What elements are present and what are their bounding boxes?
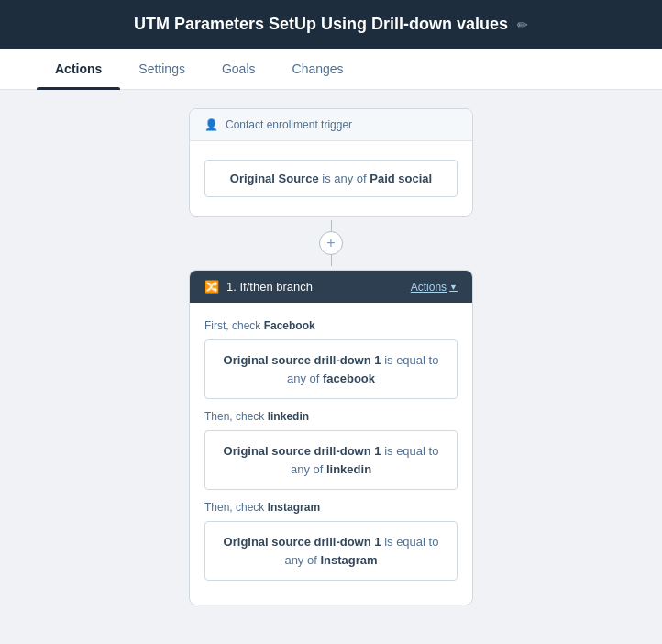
branch-condition-box-2[interactable]: Original source drill-down 1 is equal to… bbox=[204, 430, 458, 490]
check-label-3: Then, check Instagram bbox=[204, 501, 458, 514]
trigger-condition-box[interactable]: Original Source is any of Paid social bbox=[204, 160, 458, 197]
connector-line bbox=[331, 220, 332, 231]
tab-goals[interactable]: Goals bbox=[204, 49, 274, 89]
branch-card: 🔀 1. If/then branch Actions ▼ First, che… bbox=[189, 270, 473, 605]
condition-prefix: Original Source bbox=[230, 172, 319, 185]
check-label-1: First, check Facebook bbox=[204, 319, 458, 332]
add-step-button[interactable]: + bbox=[319, 231, 343, 255]
check-label-2: Then, check linkedin bbox=[204, 410, 458, 423]
edit-icon[interactable]: ✏ bbox=[517, 17, 528, 32]
trigger-card: 👤 Contact enrollment trigger Original So… bbox=[189, 108, 473, 217]
condition-middle: is any of bbox=[319, 172, 370, 185]
branch-header-left: 🔀 1. If/then branch bbox=[204, 280, 313, 294]
page-title: UTM Parameters SetUp Using Drill-down va… bbox=[134, 15, 508, 34]
branch-condition-box-3[interactable]: Original source drill-down 1 is equal to… bbox=[204, 521, 458, 581]
tab-settings[interactable]: Settings bbox=[120, 49, 204, 89]
page-header: UTM Parameters SetUp Using Drill-down va… bbox=[0, 0, 662, 49]
trigger-header: 👤 Contact enrollment trigger bbox=[190, 109, 472, 141]
person-icon: 👤 bbox=[204, 118, 218, 131]
tab-bar: Actions Settings Goals Changes bbox=[0, 49, 662, 90]
condition-value: Paid social bbox=[370, 172, 432, 185]
tab-actions[interactable]: Actions bbox=[37, 49, 120, 89]
connector-line-2 bbox=[331, 255, 332, 266]
main-content: 👤 Contact enrollment trigger Original So… bbox=[0, 90, 662, 624]
branch-actions-button[interactable]: Actions ▼ bbox=[411, 281, 458, 294]
dropdown-arrow-icon: ▼ bbox=[449, 283, 458, 292]
branch-condition-box-1[interactable]: Original source drill-down 1 is equal to… bbox=[204, 339, 458, 399]
branch-title: 1. If/then branch bbox=[226, 280, 313, 294]
branch-icon: 🔀 bbox=[204, 280, 219, 294]
trigger-header-text: Contact enrollment trigger bbox=[226, 118, 352, 131]
trigger-body: Original Source is any of Paid social bbox=[190, 141, 472, 216]
connector: + bbox=[319, 220, 343, 266]
branch-body: First, check Facebook Original source dr… bbox=[190, 303, 472, 605]
tab-changes[interactable]: Changes bbox=[274, 49, 362, 89]
branch-header: 🔀 1. If/then branch Actions ▼ bbox=[190, 271, 472, 303]
